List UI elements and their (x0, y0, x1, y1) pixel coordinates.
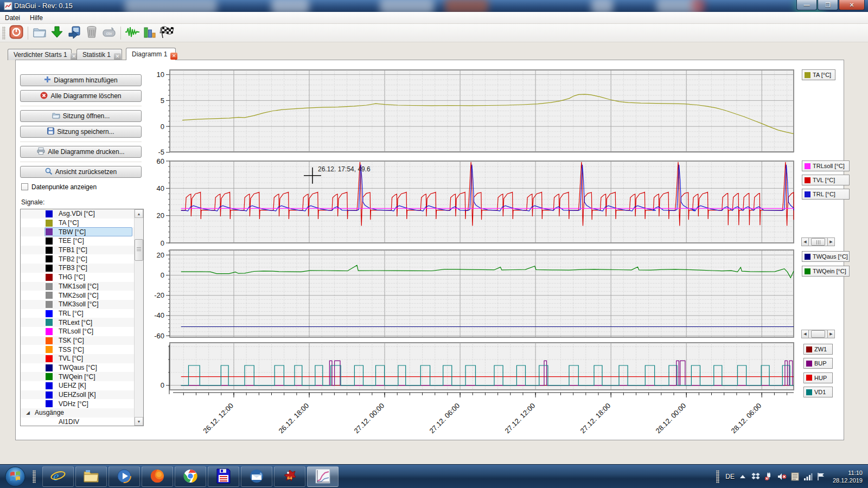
chart-panel-0[interactable]: 1050-5 (154, 70, 794, 152)
signal-item-tfb1-c-[interactable]: TFB1 [°C] (21, 246, 143, 255)
taskbar-app-chrome[interactable] (175, 466, 206, 487)
scroll-left-icon[interactable]: ◀ (801, 330, 809, 338)
chart-h-scrollbar-1[interactable]: ◀▶ (801, 330, 835, 338)
signal-item-uehz-k-[interactable]: UEHZ [K] (21, 381, 143, 390)
power-icon (9, 25, 23, 41)
signal-item-uehzsoll-k-[interactable]: UEHZsoll [K] (21, 390, 143, 400)
signal-color-swatch (46, 319, 53, 326)
reset-view-button[interactable]: Ansicht zurücksetzen (20, 166, 142, 178)
signal-item-thg-c-[interactable]: THG [°C] (21, 273, 143, 282)
legend-label: TRL [°C] (813, 191, 835, 197)
start-orb (5, 467, 25, 486)
signal-item-trlext-c-[interactable]: TRLext [°C] (21, 318, 143, 327)
taskbar-app-firefox[interactable] (142, 466, 173, 487)
language-indicator[interactable]: DE (725, 473, 735, 480)
scroll-right-icon[interactable]: ▶ (827, 237, 835, 246)
signal-item-tbw-c-[interactable]: TBW [°C] (21, 227, 143, 236)
scroll-left-icon[interactable]: ◀ (801, 237, 809, 246)
scroll-thumb[interactable] (811, 238, 825, 246)
signal-list-scrollbar[interactable]: ▲▼ (134, 209, 143, 426)
taskbar-app-thunderbird[interactable] (241, 466, 272, 487)
signal-item-asg-vdi-c-[interactable]: Asg.VDi [°C] (21, 209, 143, 219)
taskbar-app-windows-explorer[interactable] (75, 466, 107, 487)
waveform-button[interactable] (124, 25, 141, 41)
network-signal-icon[interactable] (803, 472, 813, 481)
clock[interactable]: 11:1028.12.2019 (833, 469, 863, 484)
signal-item-tfb2-c-[interactable]: TFB2 [°C] (21, 254, 143, 264)
taskbar-app-floppy-app[interactable] (208, 466, 239, 487)
taskbar-app-red-64-app[interactable]: 64 (274, 466, 305, 487)
csv-export-button[interactable]: csv (101, 25, 117, 41)
add-diagram-button[interactable]: Diagramm hinzufügen (20, 74, 142, 86)
taskbar-app-internet-explorer[interactable]: e (42, 466, 74, 487)
signal-color-swatch (46, 328, 53, 335)
signal-item-trl-c-[interactable]: TRL [°C] (21, 309, 143, 318)
tab-close-icon[interactable]: ✕ (170, 53, 177, 60)
start-button[interactable] (4, 466, 27, 487)
signal-item-tsk-c-[interactable]: TSK [°C] (21, 336, 143, 345)
signal-color-swatch (46, 391, 53, 399)
signal-label: VDHz [°C] (59, 400, 88, 408)
scroll-track[interactable] (809, 330, 827, 338)
scroll-thumb[interactable] (811, 330, 825, 338)
signal-item-ai1div[interactable]: AI1DIV (21, 418, 143, 426)
signal-item-tee-c-[interactable]: TEE [°C] (21, 236, 143, 246)
signal-item-tmk1soll-c-[interactable]: TMK1soll [°C] (21, 282, 143, 291)
menu-datei[interactable]: Datei (0, 13, 25, 23)
close-button[interactable]: ✕ (839, 0, 865, 10)
signal-item-vdhz-c-[interactable]: VDHz [°C] (21, 399, 143, 408)
save-session-button[interactable]: Sitzung speichern... (20, 126, 142, 138)
signal-item-tmk2soll-c-[interactable]: TMK2soll [°C] (21, 291, 143, 300)
signal-item-tss-c-[interactable]: TSS [°C] (21, 345, 143, 354)
printer-icon (37, 147, 45, 156)
scroll-track[interactable] (809, 237, 827, 246)
signal-item-ta-c-[interactable]: TA [°C] (21, 219, 143, 228)
scroll-up-icon[interactable]: ▲ (135, 209, 143, 218)
tab-verdichter-starts-1[interactable]: Verdichter Starts 1✕ (8, 49, 72, 60)
tab-diagramm-1[interactable]: Diagramm 1✕ (126, 48, 176, 60)
action-center-flag-icon[interactable] (816, 472, 826, 481)
taskbar-app-media-player[interactable] (108, 466, 140, 487)
task-list-icon[interactable] (790, 472, 800, 481)
glass-reflection (380, 0, 434, 12)
bar-chart-button[interactable] (142, 25, 158, 41)
open-session-button[interactable]: Sitzung öffnen... (20, 110, 142, 122)
restore-button[interactable]: ❐ (818, 0, 838, 10)
signal-color-swatch (46, 382, 53, 389)
tab-statistik-1[interactable]: Statistik 1✕ (76, 49, 122, 60)
signal-item-tmk3soll-c-[interactable]: TMK3soll [°C] (21, 300, 143, 309)
scroll-down-icon[interactable]: ▼ (135, 417, 143, 426)
print-all-diagrams-button[interactable]: Alle Diagramme drucken... (20, 146, 142, 158)
finish-flag-button[interactable] (159, 25, 175, 41)
power-button[interactable] (8, 25, 24, 41)
scroll-right-icon[interactable]: ▶ (827, 330, 835, 338)
chart-panel-1[interactable]: 604020026.12. 17:54, 49.6 (154, 161, 794, 243)
download-arrow-button[interactable] (49, 25, 65, 41)
taskbar-app-dtagui[interactable] (307, 466, 339, 487)
signal-item-twqein-c-[interactable]: TWQein [°C] (21, 372, 143, 381)
chart-panel-2[interactable]: 200-20-40-60 (154, 250, 794, 337)
minimize-button[interactable]: — (796, 0, 817, 10)
legend-color-swatch (805, 191, 810, 197)
open-folder-button[interactable] (31, 25, 48, 41)
signal-item-trlsoll-c-[interactable]: TRLsoll [°C] (21, 327, 143, 336)
power-plug-icon[interactable] (764, 472, 774, 481)
signal-item-ausg-nge[interactable]: ◢Ausgänge (21, 408, 143, 418)
menu-bar: Datei Hilfe (0, 12, 868, 24)
show-datapoints-checkbox[interactable] (21, 183, 28, 190)
hidden-icons-icon[interactable] (738, 472, 748, 481)
signal-item-twqaus-c-[interactable]: TWQaus [°C] (21, 363, 143, 373)
signal-item-tfb3-c-[interactable]: TFB3 [°C] (21, 264, 143, 273)
volume-muted-icon[interactable] (777, 472, 787, 481)
menu-hilfe[interactable]: Hilfe (25, 13, 48, 23)
chart-h-scrollbar-0[interactable]: ◀▶ (801, 237, 835, 246)
dropbox-icon[interactable] (751, 472, 761, 481)
diagram-page: Diagramm hinzufügen Alle Diagramme lösch… (15, 60, 844, 440)
trash-button[interactable] (84, 25, 100, 41)
tree-expander-icon[interactable]: ◢ (26, 410, 30, 415)
chart-panel-3[interactable]: 0 (154, 343, 794, 390)
signal-item-tvl-c-[interactable]: TVL [°C] (21, 354, 143, 363)
import-device-button[interactable] (66, 25, 82, 41)
delete-all-diagrams-button[interactable]: Alle Diagramme löschen (20, 90, 142, 102)
scroll-thumb[interactable] (135, 239, 143, 261)
